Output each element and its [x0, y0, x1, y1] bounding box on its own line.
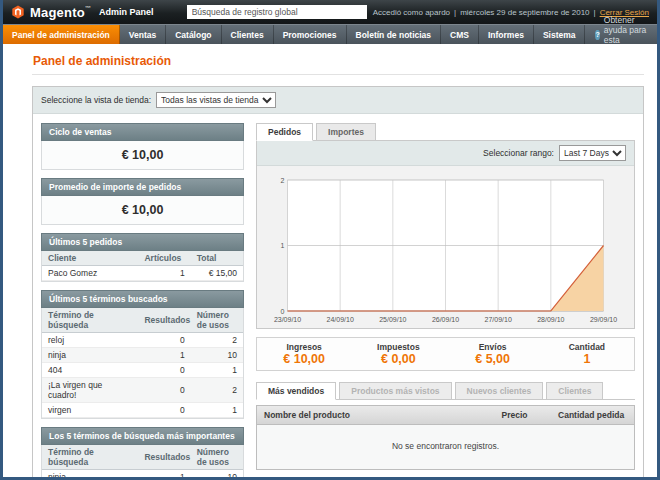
help-icon: ? [595, 30, 599, 40]
chart-area: 01223/09/1024/09/1025/09/1026/09/1027/09… [257, 166, 634, 328]
svg-text:23/09/10: 23/09/10 [274, 316, 301, 323]
svg-text:0: 0 [281, 308, 285, 315]
average-orders-widget: Promedio de importe de pedidos € 10,00 [41, 178, 244, 225]
report-box: Seleccionar rango: Last 7 Days 01223/09/… [256, 141, 635, 329]
widget-title: Ciclo de ventas [41, 123, 244, 141]
widget-title: Promedio de importe de pedidos [41, 178, 244, 196]
table-row[interactable]: Paco Gomez1€ 15,00 [42, 266, 243, 281]
logo-text: Magento™ [30, 5, 91, 20]
products-panel: Nombre del productoPrecioCantidad pedida… [256, 405, 635, 470]
column-header: Nombre del producto [257, 406, 495, 425]
table-row[interactable]: ninja110 [42, 470, 243, 478]
svg-text:28/09/10: 28/09/10 [537, 316, 564, 323]
column-header: Cliente [42, 251, 138, 266]
range-bar: Seleccionar rango: Last 7 Days [257, 141, 634, 166]
table-row[interactable]: reloj02 [42, 333, 243, 348]
top-header: Magento™ Admin Panel Accedió como apardo… [3, 0, 657, 24]
svg-text:2: 2 [281, 177, 285, 184]
tab[interactable]: Nuevos clientes [455, 382, 544, 400]
range-select[interactable]: Last 7 Days [559, 145, 626, 161]
table-row[interactable]: ninja110 [42, 348, 243, 363]
total-label: Cantidad [540, 342, 634, 352]
dashboard-sidebar: Ciclo de ventas € 10,00 Promedio de impo… [41, 123, 244, 477]
main-navbar: Panel de administraciónVentasCatálogoCli… [3, 24, 657, 44]
totals-row: Ingresos€ 10,00Impuestos€ 0,00Envíos€ 5,… [256, 337, 635, 371]
column-header: Resultados [138, 445, 190, 470]
svg-text:25/09/10: 25/09/10 [379, 316, 406, 323]
column-header: Artículos [138, 251, 190, 266]
magento-logo: Magento™ Admin Panel [11, 5, 154, 20]
table-row[interactable]: ¡La virgen que cuadro!02 [42, 378, 243, 403]
svg-text:27/09/10: 27/09/10 [485, 316, 512, 323]
widget-title: Últimos 5 pedidos [41, 233, 244, 251]
column-header: Término de búsqueda [42, 308, 138, 333]
svg-text:24/09/10: 24/09/10 [327, 316, 354, 323]
svg-text:29/09/10: 29/09/10 [590, 316, 617, 323]
nav-item[interactable]: CMS [441, 25, 479, 44]
separator: | [454, 8, 456, 17]
last-search-widget: Últimos 5 términos buscados Término de b… [41, 290, 244, 419]
nav-item[interactable]: Sistema [534, 25, 586, 44]
column-header: Resultados [138, 308, 190, 333]
bottom-tabs: Más vendidosProductos más vistosNuevos c… [256, 382, 635, 400]
last-orders-table: ClienteArtículosTotalPaco Gomez1€ 15,00 [42, 251, 243, 281]
table-row[interactable]: virgen01 [42, 403, 243, 418]
total-label: Envíos [446, 342, 540, 352]
svg-text:26/09/10: 26/09/10 [432, 316, 459, 323]
average-orders-value: € 10,00 [41, 196, 244, 225]
page-title: Panel de administración [32, 51, 644, 75]
empty-records-message: No se encontraron registros. [257, 425, 634, 469]
table-row[interactable]: 40401 [42, 363, 243, 378]
total-cell: Ingresos€ 10,00 [257, 342, 351, 366]
svg-text:1: 1 [281, 242, 285, 249]
report-tabs: PedidosImportes [256, 123, 635, 141]
total-label: Ingresos [257, 342, 351, 352]
global-search-input[interactable] [187, 5, 367, 19]
help-link[interactable]: ? Obtener ayuda para esta página [585, 25, 657, 44]
nav-item[interactable]: Boletín de noticias [347, 25, 442, 44]
logo-subtitle: Admin Panel [99, 7, 154, 17]
tab[interactable]: Clientes [546, 382, 603, 400]
nav-item[interactable]: Clientes [222, 25, 274, 44]
range-label: Seleccionar rango: [483, 148, 554, 158]
column-header: Término de búsqueda [42, 445, 138, 470]
orders-chart: 01223/09/1024/09/1025/09/1026/09/1027/09… [263, 174, 628, 326]
total-cell: Impuestos€ 0,00 [351, 342, 445, 366]
column-header: Precio [495, 406, 552, 425]
nav-item[interactable]: Informes [479, 25, 534, 44]
column-header: Total [191, 251, 243, 266]
nav-item[interactable]: Catálogo [166, 25, 221, 44]
store-view-bar: Seleccione la vista de tienda: Todas las… [33, 87, 643, 114]
dashboard-container: Seleccione la vista de tienda: Todas las… [32, 86, 644, 477]
magento-logo-icon [11, 5, 25, 19]
nav-item[interactable]: Promociones [274, 25, 347, 44]
widget-title: Últimos 5 términos buscados [41, 290, 244, 308]
logged-in-as: Accedió como apardo [373, 8, 450, 17]
total-value: € 0,00 [351, 352, 445, 366]
column-header: Cantidad pedida [551, 406, 634, 425]
tab[interactable]: Pedidos [256, 123, 313, 141]
separator: | [594, 8, 596, 17]
total-cell: Cantidad1 [540, 342, 634, 366]
tab[interactable]: Importes [316, 123, 376, 141]
top-search-table: Término de búsquedaResultadosNúmero de u… [42, 445, 243, 477]
column-header: Número de usos [191, 308, 243, 333]
nav-menu: Panel de administraciónVentasCatálogoCli… [3, 25, 585, 44]
nav-item[interactable]: Panel de administración [3, 25, 120, 44]
column-header: Número de usos [191, 445, 243, 470]
lifetime-sales-value: € 10,00 [41, 141, 244, 170]
dashboard-body: Ciclo de ventas € 10,00 Promedio de impo… [33, 114, 643, 477]
magento-admin-window: Magento™ Admin Panel Accedió como apardo… [0, 0, 660, 480]
tab[interactable]: Más vendidos [256, 382, 336, 400]
store-view-select[interactable]: Todas las vistas de tienda [156, 92, 276, 108]
nav-item[interactable]: Ventas [120, 25, 166, 44]
tab[interactable]: Productos más vistos [339, 382, 451, 400]
trademark: ™ [85, 5, 91, 11]
total-label: Impuestos [351, 342, 445, 352]
products-table: Nombre del productoPrecioCantidad pedida [257, 406, 634, 425]
total-cell: Envíos€ 5,00 [446, 342, 540, 366]
page-content: Panel de administración Seleccione la vi… [3, 44, 657, 477]
current-date: miércoles 29 de septiembre de 2010 [460, 8, 589, 17]
lifetime-sales-widget: Ciclo de ventas € 10,00 [41, 123, 244, 170]
widget-title: Los 5 términos de búsqueda más important… [41, 427, 244, 445]
